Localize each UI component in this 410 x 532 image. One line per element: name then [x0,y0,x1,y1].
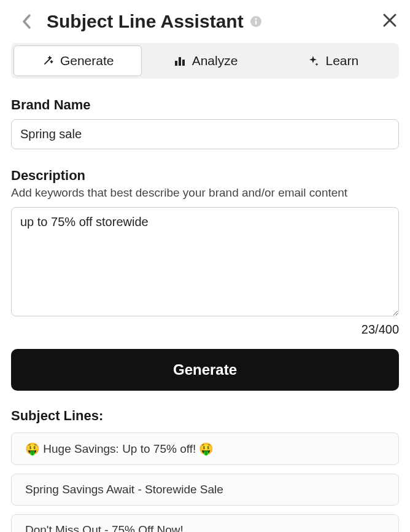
tab-analyze-label: Analyze [192,53,238,68]
close-icon [382,12,398,28]
subject-line-item[interactable]: 🤑 Huge Savings: Up to 75% off! 🤑 [11,432,399,465]
info-icon[interactable] [250,15,262,28]
tab-analyze[interactable]: Analyze [142,45,269,76]
close-button[interactable] [382,12,398,31]
results-label: Subject Lines: [11,408,399,424]
tab-learn-label: Learn [325,53,358,68]
generate-button[interactable]: Generate [11,349,399,391]
page-title: Subject Line Assistant [47,11,371,32]
description-label: Description [11,168,399,184]
tab-learn[interactable]: Learn [269,45,396,76]
char-counter: 23/400 [11,323,399,337]
svg-rect-11 [179,57,181,66]
brand-name-input[interactable] [11,119,399,149]
page-title-text: Subject Line Assistant [47,11,244,32]
subject-line-item[interactable]: Don't Miss Out - 75% Off Now! [11,514,399,532]
sparkles-icon [307,55,319,67]
bar-chart-icon [174,55,186,67]
back-button[interactable] [18,13,36,30]
brand-name-label: Brand Name [11,97,399,113]
svg-rect-10 [175,61,177,66]
magic-wand-icon [42,55,54,67]
tab-generate-label: Generate [60,53,114,68]
svg-rect-2 [255,21,256,25]
svg-point-1 [255,18,257,20]
description-help-text: Add keywords that best describe your bra… [11,186,399,200]
header: Subject Line Assistant [0,0,410,43]
form-container: Brand Name Description Add keywords that… [0,79,410,532]
svg-rect-12 [182,60,185,66]
subject-line-item[interactable]: Spring Savings Await - Storewide Sale [11,474,399,506]
tab-generate[interactable]: Generate [14,45,142,76]
tabs: Generate Analyze Learn [11,43,399,79]
description-input[interactable] [11,207,399,316]
chevron-left-icon [21,13,33,30]
